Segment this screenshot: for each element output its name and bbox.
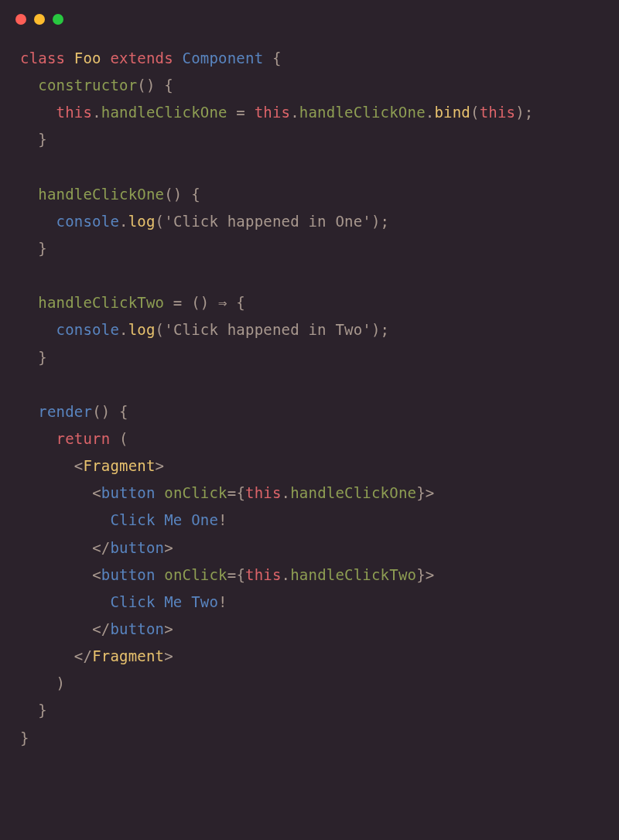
brace: }: [416, 484, 426, 501]
brace-close: }: [38, 240, 47, 257]
angle-close: >: [164, 620, 173, 637]
arrow: ⇒: [218, 294, 227, 311]
dot: .: [119, 321, 128, 338]
close-icon[interactable]: [15, 14, 26, 25]
brace-close: }: [38, 702, 47, 719]
angle-close-open: </: [74, 647, 92, 664]
method-log: log: [128, 321, 156, 338]
paren: (: [156, 213, 165, 230]
brace-close: }: [38, 131, 47, 148]
maximize-icon[interactable]: [53, 14, 63, 25]
space: [156, 484, 165, 501]
code-editor[interactable]: class Foo extends Component { constructo…: [0, 31, 619, 766]
jsx-text: Click Me One: [110, 511, 218, 528]
brace: }: [416, 566, 426, 583]
keyword-return: return: [56, 430, 111, 447]
equals: =: [227, 566, 237, 583]
dot: .: [282, 566, 291, 583]
parens: () {: [164, 186, 200, 203]
keyword-this: this: [255, 104, 291, 121]
jsx-button: button: [110, 539, 164, 556]
method-handleclickone: handleClickOne: [38, 186, 164, 203]
paren: (: [470, 104, 480, 121]
angle-close: >: [426, 484, 435, 501]
console: console: [56, 213, 119, 230]
jsx-button: button: [110, 620, 164, 637]
jsx-fragment: Fragment: [83, 457, 155, 474]
prop-handleclickone: handleClickOne: [299, 104, 426, 121]
jsx-button: button: [101, 566, 156, 583]
dot: .: [290, 104, 299, 121]
prop-handleclicktwo: handleClickTwo: [38, 294, 164, 311]
attr-onclick: onClick: [164, 484, 227, 501]
exclaim: !: [218, 593, 227, 610]
string-literal: 'Click happened in One': [164, 213, 371, 230]
space: [156, 566, 165, 583]
titlebar: [0, 0, 619, 31]
prop-handleclickone: handleClickOne: [290, 484, 416, 501]
jsx-fragment: Fragment: [92, 647, 164, 664]
exclaim: !: [218, 511, 227, 528]
angle-close: >: [164, 647, 173, 664]
angle-open: <: [92, 484, 101, 501]
equals: =: [227, 484, 237, 501]
brace: {: [227, 294, 245, 311]
parens: () {: [137, 77, 173, 94]
code-window: class Foo extends Component { constructo…: [0, 0, 619, 840]
keyword-extends: extends: [110, 50, 173, 67]
keyword-this: this: [480, 104, 516, 121]
angle-open: <: [74, 457, 84, 474]
angle-close-open: </: [92, 620, 110, 637]
brace-close: }: [20, 729, 29, 746]
dot: .: [282, 484, 291, 501]
paren-semi: );: [515, 104, 533, 121]
class-name: Foo: [74, 50, 101, 67]
equals-parens: = (): [164, 294, 218, 311]
string-literal: 'Click happened in Two': [164, 321, 371, 338]
parens: () {: [92, 403, 128, 420]
method-log: log: [128, 213, 156, 230]
brace-close: }: [38, 349, 47, 366]
paren-semi: );: [371, 321, 389, 338]
console: console: [56, 321, 119, 338]
paren-close: ): [56, 674, 66, 691]
keyword-this: this: [56, 104, 93, 121]
method-bind: bind: [434, 104, 470, 121]
keyword-class: class: [20, 50, 65, 67]
paren: (: [156, 321, 165, 338]
class-component: Component: [183, 50, 264, 67]
paren: (: [110, 430, 128, 447]
brace: {: [236, 566, 245, 583]
attr-onclick: onClick: [164, 566, 227, 583]
dot: .: [92, 104, 101, 121]
dot: .: [426, 104, 435, 121]
angle-close: >: [426, 566, 435, 583]
dot: .: [119, 213, 128, 230]
angle-close: >: [156, 457, 165, 474]
prop-handleclickone: handleClickOne: [101, 104, 227, 121]
angle-open: <: [92, 566, 101, 583]
keyword-this: this: [245, 484, 282, 501]
brace: {: [236, 484, 245, 501]
jsx-text: Click Me Two: [110, 593, 218, 610]
equals: =: [227, 104, 255, 121]
angle-close: >: [164, 539, 173, 556]
minimize-icon[interactable]: [34, 14, 45, 25]
angle-close-open: </: [92, 539, 110, 556]
brace: {: [263, 50, 281, 67]
method-render: render: [38, 403, 92, 420]
jsx-button: button: [101, 484, 156, 501]
paren-semi: );: [371, 213, 389, 230]
prop-handleclicktwo: handleClickTwo: [290, 566, 416, 583]
method-constructor: constructor: [38, 77, 137, 94]
keyword-this: this: [245, 566, 282, 583]
